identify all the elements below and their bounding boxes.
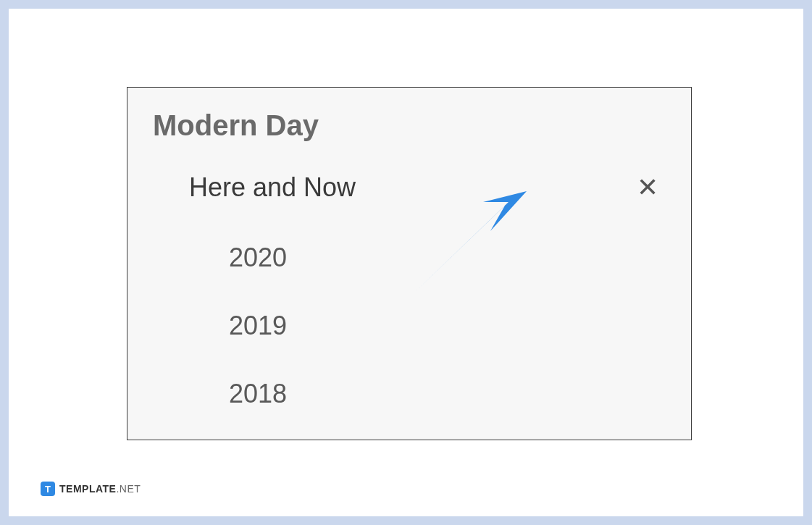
outline-sub-label: 2020 [229, 243, 287, 272]
watermark: T TEMPLATE.NET [41, 482, 141, 496]
panel-title: Modern Day [153, 109, 666, 142]
watermark-logo-icon: T [41, 482, 55, 496]
outline-item-label: Here and Now [189, 172, 356, 203]
outline-item-row[interactable]: Here and Now ✕ [153, 172, 666, 203]
close-icon[interactable]: ✕ [637, 175, 658, 201]
outline-sub-label: 2018 [229, 379, 287, 408]
outline-sub-item[interactable]: 2019 [153, 311, 666, 341]
content-frame: Modern Day Here and Now ✕ 2020 2019 2018… [9, 9, 803, 516]
outline-panel: Modern Day Here and Now ✕ 2020 2019 2018 [127, 87, 692, 440]
outline-sub-item[interactable]: 2020 [153, 243, 666, 273]
watermark-text: TEMPLATE.NET [59, 483, 141, 495]
outline-sub-item[interactable]: 2018 [153, 379, 666, 409]
outline-sub-label: 2019 [229, 311, 287, 340]
